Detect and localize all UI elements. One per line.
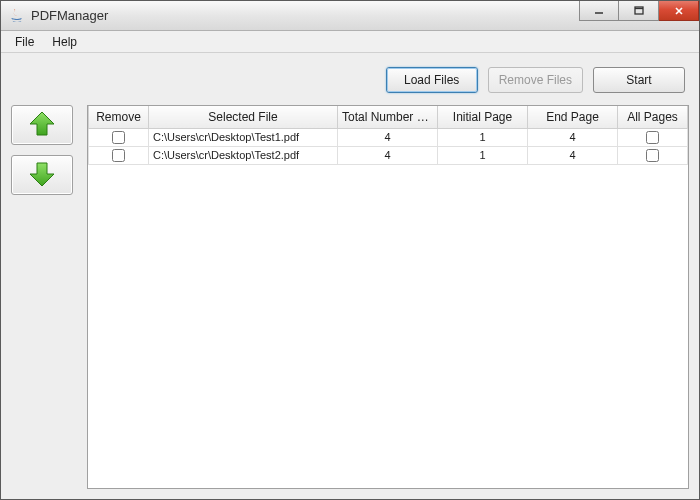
remove-checkbox[interactable] (112, 149, 125, 162)
menu-file[interactable]: File (7, 33, 42, 51)
cell-end[interactable]: 4 (528, 146, 618, 164)
table-row[interactable]: C:\Users\cr\Desktop\Test1.pdf414 (89, 128, 688, 146)
arrow-down-icon (27, 160, 57, 191)
allpages-checkbox[interactable] (646, 149, 659, 162)
menubar: File Help (1, 31, 699, 53)
col-initial[interactable]: Initial Page (438, 106, 528, 128)
close-button[interactable] (659, 1, 699, 21)
java-app-icon (9, 8, 25, 24)
cell-file: C:\Users\cr\Desktop\Test2.pdf (149, 146, 338, 164)
col-all[interactable]: All Pages (618, 106, 688, 128)
remove-checkbox[interactable] (112, 131, 125, 144)
cell-initial[interactable]: 1 (438, 128, 528, 146)
cell-end[interactable]: 4 (528, 128, 618, 146)
remove-files-button[interactable]: Remove Files (488, 67, 583, 93)
load-files-button[interactable]: Load Files (386, 67, 478, 93)
reorder-controls (11, 105, 77, 489)
cell-file: C:\Users\cr\Desktop\Test1.pdf (149, 128, 338, 146)
arrow-up-icon (27, 110, 57, 141)
minimize-button[interactable] (579, 1, 619, 21)
start-button[interactable]: Start (593, 67, 685, 93)
allpages-checkbox[interactable] (646, 131, 659, 144)
cell-initial[interactable]: 1 (438, 146, 528, 164)
table-header-row: Remove Selected File Total Number of... … (89, 106, 688, 128)
window-title: PDFManager (31, 8, 108, 23)
move-down-button[interactable] (11, 155, 73, 195)
content-area: Load Files Remove Files Start (1, 53, 699, 499)
window-controls (579, 1, 699, 21)
cell-total: 4 (338, 128, 438, 146)
file-table-container: Remove Selected File Total Number of... … (87, 105, 689, 489)
col-file[interactable]: Selected File (149, 106, 338, 128)
col-remove[interactable]: Remove (89, 106, 149, 128)
col-total[interactable]: Total Number of... (338, 106, 438, 128)
table-row[interactable]: C:\Users\cr\Desktop\Test2.pdf414 (89, 146, 688, 164)
toolbar: Load Files Remove Files Start (11, 63, 689, 105)
menu-help[interactable]: Help (44, 33, 85, 51)
file-table: Remove Selected File Total Number of... … (88, 106, 688, 165)
move-up-button[interactable] (11, 105, 73, 145)
col-end[interactable]: End Page (528, 106, 618, 128)
titlebar[interactable]: PDFManager (1, 1, 699, 31)
maximize-button[interactable] (619, 1, 659, 21)
app-window: PDFManager File Help Load Files Remove F… (0, 0, 700, 500)
body-row: Remove Selected File Total Number of... … (11, 105, 689, 489)
cell-total: 4 (338, 146, 438, 164)
